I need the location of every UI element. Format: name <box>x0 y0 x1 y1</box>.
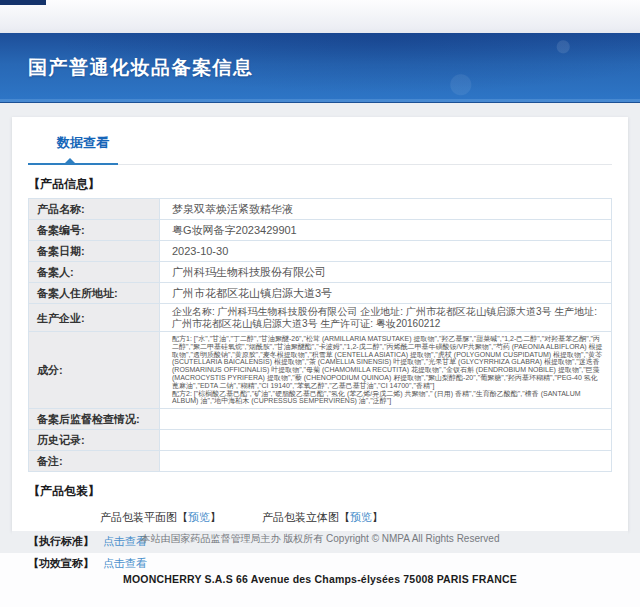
row-label: 备案日期: <box>29 241 160 262</box>
bracket-close: 】 <box>210 511 221 523</box>
row-value <box>160 430 612 451</box>
corner-accent-bar <box>0 0 46 5</box>
view-efficacy-link[interactable]: 点击查看 <box>103 557 147 569</box>
bracket-close: 】 <box>372 511 383 523</box>
packaging-flat-label: 产品包装平面图 <box>100 511 177 523</box>
row-label: 生产企业: <box>29 304 160 332</box>
table-row: 备案编号: 粤G妆网备字2023429901 <box>29 220 612 241</box>
tab-bar: 数据查看 <box>28 133 612 152</box>
page-background: 数据查看 【产品信息】 产品名称: 梦泉双萃焕活紧致精华液 备案编号: 粤G妆网… <box>0 103 640 553</box>
row-value <box>160 409 612 430</box>
table-row: 备注: <box>29 451 612 472</box>
row-label: 备注: <box>29 451 160 472</box>
page-banner: 国产普通化妆品备案信息 <box>0 33 640 103</box>
table-row: 备案后监督检查情况: <box>29 409 612 430</box>
row-label: 产品名称: <box>29 199 160 220</box>
packaging-links: 产品包装平面图【预览】 产品包装立体图【预览】 <box>100 510 612 525</box>
tab-active-indicator <box>28 163 118 165</box>
row-value: 配方1: ["水","甘油","丁二醇","甘油聚醚-26","松茸 (ARMI… <box>160 332 612 409</box>
preview-link-flat[interactable]: 预览 <box>188 511 210 523</box>
row-label: 备案人住所地址: <box>29 283 160 304</box>
content-card: 数据查看 【产品信息】 产品名称: 梦泉双萃焕活紧致精华液 备案编号: 粤G妆网… <box>12 117 628 531</box>
packaging-flat-item: 产品包装平面图【预览】 <box>100 510 221 525</box>
product-info-table: 产品名称: 梦泉双萃焕活紧致精华液 备案编号: 粤G妆网备字2023429901… <box>28 198 612 472</box>
ingredients-text: 配方1: ["水","甘油","丁二醇","甘油聚醚-26","松茸 (ARMI… <box>172 335 604 404</box>
section-standard: 【执行标准】 <box>28 535 94 547</box>
row-label: 成分: <box>29 332 160 409</box>
row-value: 梦泉双萃焕活紧致精华液 <box>160 199 612 220</box>
table-row: 产品名称: 梦泉双萃焕活紧致精华液 <box>29 199 612 220</box>
table-row: 成分: 配方1: ["水","甘油","丁二醇","甘油聚醚-26","松茸 (… <box>29 332 612 409</box>
row-label: 历史记录: <box>29 430 160 451</box>
packaging-solid-label: 产品包装立体图 <box>262 511 339 523</box>
bracket-open: 【 <box>177 511 188 523</box>
row-value: 粤G妆网备字2023429901 <box>160 220 612 241</box>
tab-arrow-icon <box>65 158 75 163</box>
top-strip <box>0 0 640 33</box>
section-product-info: 【产品信息】 <box>28 176 612 193</box>
row-value: 2023-10-30 <box>160 241 612 262</box>
packaging-solid-item: 产品包装立体图【预览】 <box>262 510 383 525</box>
table-row: 备案人住所地址: 广州市花都区花山镇启源大道3号 <box>29 283 612 304</box>
row-label: 备案人: <box>29 262 160 283</box>
page-title: 国产普通化妆品备案信息 <box>0 33 640 81</box>
section-packaging: 【产品包装】 <box>28 483 612 500</box>
tab-underline <box>28 157 612 165</box>
row-value: 广州科玛生物科技股份有限公司 <box>160 262 612 283</box>
table-row: 生产企业: 企业名称: 广州科玛生物科技股份有限公司 企业地址: 广州市花都区花… <box>29 304 612 332</box>
table-row: 历史记录: <box>29 430 612 451</box>
preview-link-solid[interactable]: 预览 <box>350 511 372 523</box>
table-row: 备案人: 广州科玛生物科技股份有限公司 <box>29 262 612 283</box>
tab-data-view[interactable]: 数据查看 <box>57 134 109 152</box>
row-value: 企业名称: 广州科玛生物科技股份有限公司 企业地址: 广州市花都区花山镇启源大道… <box>160 304 612 332</box>
row-value <box>160 451 612 472</box>
row-label: 备案编号: <box>29 220 160 241</box>
table-row: 备案日期: 2023-10-30 <box>29 241 612 262</box>
row-label: 备案后监督检查情况: <box>29 409 160 430</box>
bracket-open: 【 <box>339 511 350 523</box>
row-value: 广州市花都区花山镇启源大道3号 <box>160 283 612 304</box>
section-efficacy: 【功效宣称】 <box>28 557 94 569</box>
